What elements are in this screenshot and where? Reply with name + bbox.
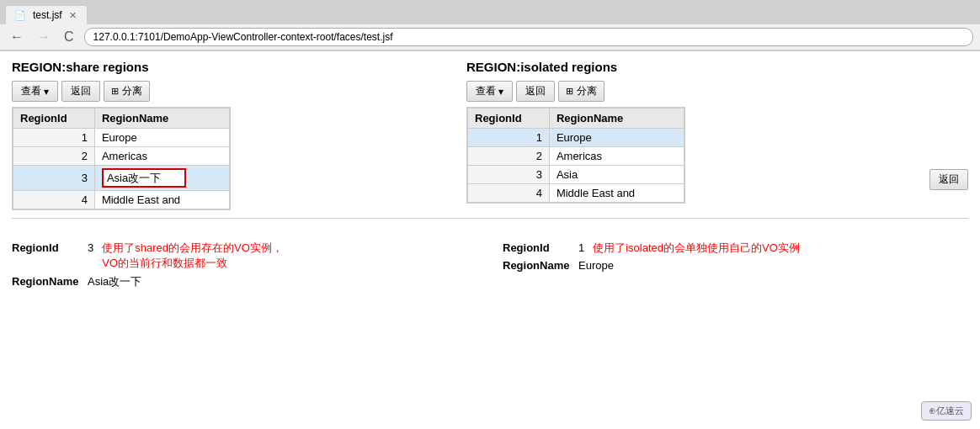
share-section-title: REGION:share regions [12,60,458,74]
isolated-section-title: REGION:isolated regions [466,60,913,74]
isolated-toolbar: 查看 ▾ 返回 ⊞ 分离 [466,81,913,102]
share-return-btn[interactable]: 返回 [61,81,100,102]
share-view-dropdown-icon: ▾ [44,86,49,98]
isolated-view-btn[interactable]: 查看 ▾ [466,81,513,102]
isolated-detail-id-row: RegionId 1 使用了isolated的会单独使用自己的VO实例 [503,241,968,256]
share-row1-id: 1 [13,129,95,147]
share-toolbar: 查看 ▾ 返回 ⊞ 分离 [12,81,458,102]
isolated-detail-name-row: RegionName Europe [503,259,968,272]
isolated-row3-name: Asia [549,166,684,184]
table-row[interactable]: 1 Europe [468,129,684,147]
share-row2-name: Americas [94,147,229,166]
isolated-detail-block: RegionId 1 使用了isolated的会单独使用自己的VO实例 Regi… [503,241,968,293]
tab-favicon: 📄 [14,10,26,21]
table-row[interactable]: 4 Middle East and [13,191,230,209]
share-detail-name-label: RegionName [12,275,79,288]
share-separate-icon: ⊞ [111,86,119,97]
table-row[interactable]: 4 Middle East and [468,184,684,203]
table-row[interactable]: 2 Americas [13,147,230,166]
back-button[interactable]: ← [7,28,27,46]
isolated-detail-comment: 使用了isolated的会单独使用自己的VO实例 [593,241,968,256]
share-row3-id: 3 [13,166,95,191]
isolated-detail-id-label: RegionId [503,241,570,254]
isolated-row2-id: 2 [468,147,550,166]
isolated-return-btn[interactable]: 返回 [516,81,555,102]
isolated-separate-btn[interactable]: ⊞ 分离 [558,81,605,102]
tab-close-btn[interactable]: ✕ [69,10,77,21]
share-table-container: RegionId RegionName 1 Europe 2 Americas [12,107,231,210]
table-row[interactable]: 2 Americas [468,147,684,166]
isolated-detail-id-value: 1 [578,241,584,254]
share-table: RegionId RegionName 1 Europe 2 Americas [13,108,230,209]
share-detail-id-row: RegionId 3 使用了shared的会用存在的VO实例，VO的当前行和数据… [12,241,477,271]
browser-chrome: 📄 test.jsf ✕ ← → C [0,0,980,51]
share-separate-btn[interactable]: ⊞ 分离 [104,81,150,102]
table-row[interactable]: 3 Asia [468,166,684,184]
detail-section: RegionId 3 使用了shared的会用存在的VO实例，VO的当前行和数据… [12,232,968,293]
isolated-view-dropdown-icon: ▾ [498,86,503,98]
reload-button[interactable]: C [61,28,77,46]
isolated-detail-name-label: RegionName [503,259,570,272]
isolated-view-label: 查看 [476,84,496,98]
isolated-row4-name: Middle East and [549,184,684,203]
isolated-detail-name-value: Europe [578,259,614,272]
isolated-table-container: RegionId RegionName 1 Europe 2 Americas [466,107,685,204]
share-detail-name-value: Asia改一下 [88,274,141,289]
isolated-row3-id: 3 [468,166,550,184]
share-row1-name: Europe [94,129,229,147]
isolated-row4-id: 4 [468,184,550,203]
nav-bar: ← → C [0,24,980,50]
share-detail-comment: 使用了shared的会用存在的VO实例，VO的当前行和数据都一致 [102,241,477,271]
isolated-row2-name: Americas [549,147,684,166]
isolated-row1-name: Europe [549,129,684,147]
table-row[interactable]: 3 [13,166,230,191]
browser-tab[interactable]: 📄 test.jsf ✕ [5,5,88,24]
page-content: REGION:share regions 查看 ▾ 返回 ⊞ 分离 Region… [0,51,980,301]
share-detail-block: RegionId 3 使用了shared的会用存在的VO实例，VO的当前行和数据… [12,241,477,293]
share-detail-id-label: RegionId [12,241,79,254]
isolated-col-name: RegionName [549,109,684,129]
sections-row: REGION:share regions 查看 ▾ 返回 ⊞ 分离 Region… [12,60,968,213]
share-row4-name: Middle East and [94,191,229,209]
share-col-name: RegionName [94,109,229,129]
right-return-btn[interactable]: 返回 [929,169,968,190]
share-row4-id: 4 [13,191,95,209]
isolated-section: REGION:isolated regions 查看 ▾ 返回 ⊞ 分离 Reg… [466,60,921,213]
share-col-id: RegionId [13,109,95,129]
tab-title: test.jsf [33,9,62,21]
tab-bar: 📄 test.jsf ✕ [0,0,980,24]
divider [12,218,968,219]
share-section: REGION:share regions 查看 ▾ 返回 ⊞ 分离 Region… [12,60,466,213]
share-row3-edit-input[interactable] [102,168,186,188]
share-detail-name-row: RegionName Asia改一下 [12,274,477,289]
address-bar[interactable] [84,28,973,46]
isolated-col-id: RegionId [468,109,550,129]
isolated-table: RegionId RegionName 1 Europe 2 Americas [467,108,684,203]
right-side-container: 返回 [921,60,968,213]
share-row3-name [94,166,229,191]
share-row2-id: 2 [13,147,95,166]
share-detail-id-value: 3 [88,241,93,254]
share-separate-label: 分离 [122,84,142,98]
isolated-separate-icon: ⊞ [566,86,573,97]
isolated-row1-id: 1 [468,129,550,147]
share-view-btn[interactable]: 查看 ▾ [12,81,58,102]
table-row[interactable]: 1 Europe [13,129,230,147]
isolated-separate-label: 分离 [577,84,597,98]
forward-button[interactable]: → [34,28,54,46]
share-view-label: 查看 [21,84,41,98]
